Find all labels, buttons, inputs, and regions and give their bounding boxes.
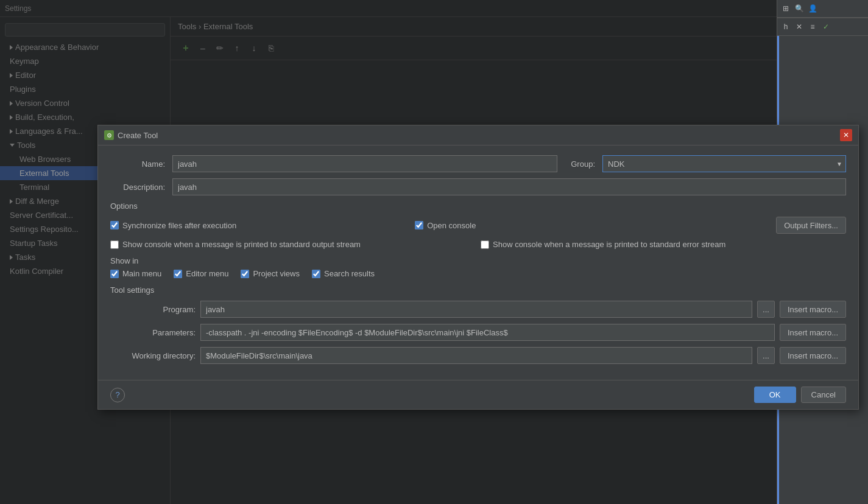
tool-settings-section: Tool settings Program: ... Insert macro.…	[110, 285, 846, 364]
list-icon[interactable]: ≡	[806, 21, 819, 33]
search-results-checkbox[interactable]	[312, 270, 320, 278]
ok-button[interactable]: OK	[754, 387, 796, 403]
working-dir-input[interactable]	[200, 347, 752, 364]
options-section: Synchronize files after execution Open c…	[110, 217, 846, 249]
group-input[interactable]	[602, 155, 846, 172]
working-dir-insert-macro-button[interactable]: Insert macro...	[780, 347, 846, 364]
show-console-stdout-checkbox[interactable]	[110, 240, 119, 249]
modal-footer: ? OK Cancel	[98, 380, 858, 409]
modal-title: Create Tool	[118, 131, 836, 140]
main-menu-checkbox[interactable]	[110, 270, 119, 278]
project-views-item[interactable]: Project views	[241, 269, 300, 278]
show-in-label: Show in	[110, 256, 138, 265]
parameters-row: Parameters: Insert macro...	[110, 324, 846, 341]
open-console-checkbox-item[interactable]: Open console	[415, 221, 598, 230]
modal-overlay: ⚙ Create Tool ✕ Name: Group: ▼ Descripti…	[0, 0, 777, 504]
grid-icon[interactable]: ⊞	[780, 2, 792, 15]
show-console-stderr-checkbox[interactable]	[481, 240, 489, 249]
show-in-section: Show in Main menu Editor menu Project vi…	[110, 256, 846, 278]
sync-files-checkbox-item[interactable]: Synchronize files after execution	[110, 221, 236, 230]
options-row-1: Synchronize files after execution Open c…	[110, 217, 846, 234]
description-input[interactable]	[172, 178, 846, 195]
show-in-checkboxes: Main menu Editor menu Project views Sear…	[110, 269, 846, 278]
parameters-input[interactable]	[200, 324, 775, 341]
open-console-label: Open console	[427, 221, 476, 230]
project-views-label: Project views	[253, 269, 300, 278]
check-icon[interactable]: ✓	[820, 21, 832, 33]
group-input-wrapper: ▼	[602, 155, 846, 172]
program-browse-button[interactable]: ...	[757, 301, 775, 318]
sync-files-checkbox[interactable]	[110, 221, 119, 229]
footer-actions: OK Cancel	[754, 387, 846, 403]
output-filters-button[interactable]: Output Filters...	[776, 217, 846, 234]
editor-menu-checkbox[interactable]	[174, 270, 182, 278]
create-tool-dialog: ⚙ Create Tool ✕ Name: Group: ▼ Descripti…	[97, 125, 859, 410]
search-icon[interactable]: 🔍	[793, 2, 805, 15]
name-input[interactable]	[172, 155, 557, 172]
help-button[interactable]: ?	[110, 388, 125, 402]
close-icon[interactable]: ✕	[793, 21, 805, 33]
cancel-button[interactable]: Cancel	[801, 387, 846, 403]
project-views-checkbox[interactable]	[241, 270, 249, 278]
show-console-stderr-label: Show console when a message is printed t…	[493, 240, 725, 249]
tool-settings-title: Tool settings	[110, 285, 846, 295]
name-group-row: Name: Group: ▼	[110, 155, 846, 172]
right-panel-toolbar2: h ✕ ≡ ✓	[777, 18, 868, 36]
program-insert-macro-button[interactable]: Insert macro...	[780, 301, 846, 318]
working-dir-row: Working directory: ... Insert macro...	[110, 347, 846, 364]
show-console-stdout-label: Show console when a message is printed t…	[122, 240, 361, 249]
main-menu-item[interactable]: Main menu	[110, 269, 161, 278]
sync-files-label: Synchronize files after execution	[122, 221, 236, 230]
search-results-item[interactable]: Search results	[312, 269, 375, 278]
options-row-2: Show console when a message is printed t…	[110, 240, 846, 249]
editor-menu-label: Editor menu	[186, 269, 228, 278]
description-row: Description:	[110, 178, 846, 195]
h-icon[interactable]: h	[780, 21, 792, 33]
program-row: Program: ... Insert macro...	[110, 301, 846, 318]
search-results-label: Search results	[324, 269, 375, 278]
right-panel-toolbar: ⊞ 🔍 👤	[777, 0, 868, 18]
show-console-stderr-item[interactable]: Show console when a message is printed t…	[481, 240, 846, 249]
modal-titlebar: ⚙ Create Tool ✕	[98, 125, 858, 145]
program-input[interactable]	[200, 301, 752, 318]
working-dir-label: Working directory:	[110, 351, 196, 360]
person-icon[interactable]: 👤	[806, 2, 819, 15]
description-label: Description:	[110, 183, 165, 192]
open-console-checkbox[interactable]	[415, 221, 423, 229]
main-menu-label: Main menu	[122, 269, 161, 278]
editor-menu-item[interactable]: Editor menu	[174, 269, 228, 278]
modal-body: Name: Group: ▼ Description: Options	[98, 145, 858, 380]
program-label: Program:	[110, 305, 196, 314]
show-console-stdout-item[interactable]: Show console when a message is printed t…	[110, 240, 361, 249]
modal-close-button[interactable]: ✕	[840, 129, 852, 141]
parameters-insert-macro-button[interactable]: Insert macro...	[780, 324, 846, 341]
modal-title-icon: ⚙	[104, 130, 114, 140]
parameters-label: Parameters:	[110, 328, 196, 337]
working-dir-browse-button[interactable]: ...	[757, 347, 775, 364]
group-label: Group:	[565, 159, 595, 169]
options-section-title: Options	[110, 201, 846, 211]
name-label: Name:	[110, 159, 165, 169]
